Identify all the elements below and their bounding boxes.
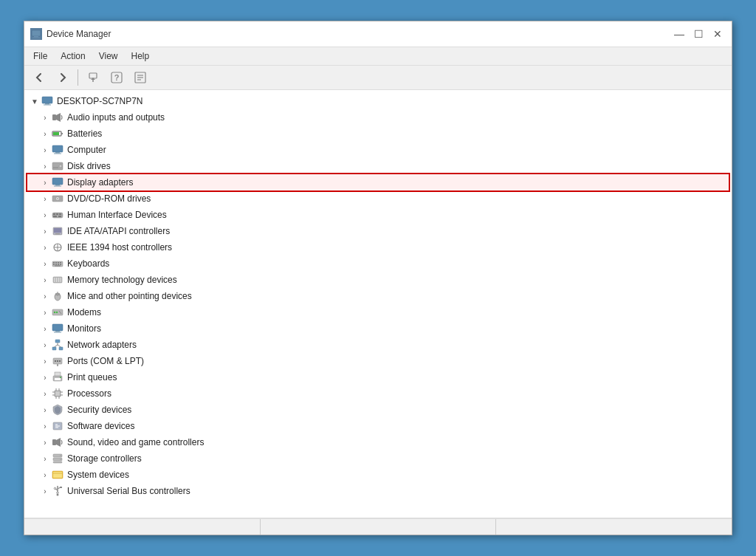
svg-rect-39 [55, 233, 60, 235]
title-bar-controls: — ☐ ✕ [671, 26, 726, 42]
memory-expand-icon: › [39, 274, 51, 286]
svg-point-79 [59, 360, 61, 362]
svg-rect-103 [53, 461, 62, 463]
minimize-button[interactable]: — [671, 26, 687, 42]
title-bar-left: Device Manager [30, 28, 111, 40]
disk-label: Disk drives [67, 161, 111, 171]
tree-item-display[interactable]: › Display adapters [27, 174, 729, 191]
toolbar-separator-1 [78, 69, 78, 86]
tree-item-audio[interactable]: › Audio inputs and outputs [27, 109, 729, 126]
tree-item-keyboards[interactable]: › Keyboards [27, 255, 729, 272]
tree-item-processors[interactable]: › Processors [27, 385, 729, 402]
up-button[interactable] [83, 69, 103, 86]
tree-item-batteries[interactable]: › Batteries [27, 126, 729, 142]
tree-item-disk[interactable]: › Disk drives [27, 158, 729, 174]
menu-file[interactable]: File [27, 49, 53, 64]
modems-icon [51, 306, 64, 318]
svg-rect-47 [60, 262, 61, 264]
forward-button[interactable] [52, 69, 73, 86]
svg-rect-86 [55, 391, 60, 396]
tree-item-mice[interactable]: › Mice and other pointing devices [27, 288, 729, 304]
ports-icon [51, 355, 64, 367]
computer-label: Computer [67, 145, 106, 155]
tree-item-print[interactable]: › Print queues [27, 369, 729, 385]
svg-point-77 [55, 360, 56, 362]
svg-rect-52 [55, 266, 61, 267]
svg-rect-20 [55, 152, 60, 154]
tree-item-computer[interactable]: › Computer [27, 142, 729, 158]
tree-item-system[interactable]: › System devices [27, 467, 729, 483]
svg-rect-18 [53, 132, 59, 135]
svg-rect-19 [52, 145, 63, 152]
svg-rect-17 [61, 133, 63, 134]
print-label: Print queues [67, 372, 117, 382]
memory-icon [51, 274, 64, 286]
status-bar [24, 518, 732, 535]
svg-rect-72 [59, 347, 63, 350]
tree-item-ide[interactable]: › IDE ATA/ATAPI controllers [27, 223, 729, 239]
tree-item-hid[interactable]: › Human Interface Devices [27, 207, 729, 223]
tree-item-ports[interactable]: › Ports (COM & LPT) [27, 353, 729, 369]
svg-rect-0 [32, 30, 41, 36]
back-button[interactable] [29, 69, 49, 86]
svg-rect-82 [55, 372, 61, 376]
svg-rect-99 [52, 439, 56, 445]
main-content: ▼ DESKTOP-SC7NP7N › [24, 90, 732, 518]
ide-icon [51, 225, 64, 237]
tree-item-network[interactable]: › Network adapters [27, 337, 729, 353]
window-title: Device Manager [47, 29, 111, 39]
svg-rect-12 [45, 103, 49, 105]
menu-view[interactable]: View [93, 49, 124, 64]
svg-rect-46 [58, 262, 59, 264]
processors-label: Processors [67, 388, 111, 399]
svg-rect-35 [53, 216, 57, 217]
svg-rect-13 [44, 105, 51, 106]
tree-item-software[interactable]: › Software devices [27, 418, 729, 434]
tree-item-modems[interactable]: › Modems [27, 304, 729, 320]
svg-rect-14 [52, 114, 56, 120]
system-expand-icon: › [39, 469, 51, 481]
maximize-button[interactable]: ☐ [690, 26, 707, 42]
status-text [24, 519, 261, 535]
svg-rect-1 [34, 36, 38, 38]
svg-point-30 [57, 198, 58, 199]
storage-icon [51, 453, 64, 464]
tree-item-sound[interactable]: › Sound, video and game controllers [27, 434, 729, 450]
tree-item-ieee[interactable]: › IEEE 1394 host controllers [27, 239, 729, 255]
svg-rect-44 [53, 262, 55, 264]
tree-root-node[interactable]: ▼ DESKTOP-SC7NP7N [27, 93, 729, 109]
svg-point-104 [60, 455, 61, 456]
svg-rect-3 [89, 73, 97, 78]
tree-item-monitors[interactable]: › Monitors [27, 320, 729, 337]
svg-rect-49 [55, 264, 57, 266]
sound-label: Sound, video and game controllers [67, 437, 204, 447]
svg-point-114 [57, 494, 59, 496]
keyboards-icon [51, 258, 64, 270]
print-icon [51, 371, 64, 383]
tree-item-usb[interactable]: › Universal Serial Bus controllers [27, 483, 729, 499]
help-button[interactable]: ? [106, 69, 127, 86]
ieee-label: IEEE 1394 host controllers [67, 242, 172, 253]
device-tree: ▼ DESKTOP-SC7NP7N › [27, 93, 729, 515]
tree-item-memory[interactable]: › Memory technology devices [27, 272, 729, 288]
svg-rect-48 [53, 264, 55, 266]
tree-item-storage[interactable]: › Storage controllers [27, 450, 729, 467]
menu-action[interactable]: Action [55, 49, 91, 64]
svg-rect-83 [55, 378, 61, 380]
svg-rect-51 [60, 264, 61, 266]
ide-expand-icon: › [39, 225, 51, 237]
tree-item-security[interactable]: › Security devices [27, 402, 729, 418]
svg-point-60 [57, 292, 58, 293]
tree-item-dvd[interactable]: › DVD/CD-ROM drives [27, 191, 729, 207]
modems-label: Modems [67, 307, 101, 318]
disk-icon [51, 160, 64, 172]
svg-rect-70 [55, 340, 60, 343]
hid-expand-icon: › [39, 209, 51, 221]
status-section-3 [496, 519, 732, 535]
software-expand-icon: › [39, 420, 51, 432]
properties-button[interactable] [130, 69, 151, 86]
ide-label: IDE ATA/ATAPI controllers [67, 226, 170, 236]
menu-help[interactable]: Help [126, 49, 156, 64]
computer-expand-icon: › [39, 144, 51, 156]
close-button[interactable]: ✕ [709, 26, 726, 42]
